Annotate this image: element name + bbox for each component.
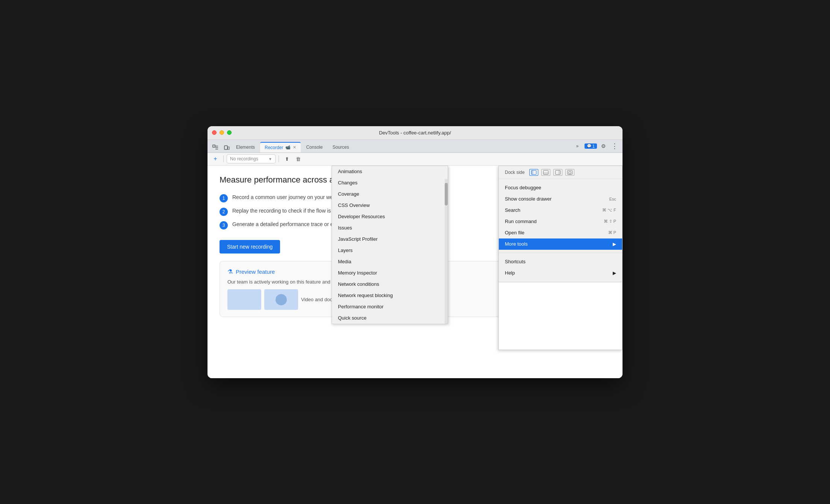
right-menu-bottom-section: Shortcuts Help ▶ <box>499 253 622 282</box>
dropdown-scrollbar-thumb <box>445 183 448 205</box>
menu-item-network-conditions[interactable]: Network conditions <box>332 279 448 290</box>
devtools-content: Elements Recorder 📹 ✕ Console Sources » … <box>208 140 622 378</box>
menu-item-changes[interactable]: Changes <box>332 177 448 189</box>
preview-avatar <box>276 294 287 305</box>
right-menu-shortcuts[interactable]: Shortcuts <box>499 256 622 267</box>
svg-rect-4 <box>531 170 533 174</box>
svg-rect-8 <box>558 170 560 174</box>
right-panel-content <box>499 282 622 350</box>
undock-button[interactable] <box>565 169 574 176</box>
dock-right-button[interactable] <box>553 169 562 176</box>
dock-side-section: Dock side <box>499 166 622 179</box>
right-menu-run-command[interactable]: Run command ⌘ ⇧ P <box>499 216 622 227</box>
menu-item-developer-resources[interactable]: Developer Resources <box>332 211 448 222</box>
more-tabs-icon[interactable]: » <box>573 141 582 151</box>
recordings-dropdown[interactable]: No recordings ▼ <box>227 154 276 163</box>
menu-item-performance-monitor[interactable]: Performance monitor <box>332 301 448 312</box>
inspector-icon[interactable] <box>211 143 220 152</box>
tab-recorder[interactable]: Recorder 📹 ✕ <box>260 142 301 152</box>
more-tools-arrow-icon: ▶ <box>613 241 616 247</box>
right-menu-section: Focus debuggee Show console drawer Esc S… <box>499 179 622 253</box>
add-recording-button[interactable]: + <box>211 154 220 164</box>
menu-item-memory-inspector[interactable]: Memory Inspector <box>332 267 448 279</box>
menu-item-javascript-profiler[interactable]: JavaScript Profiler <box>332 234 448 245</box>
maximize-button[interactable] <box>227 130 232 135</box>
menu-item-quick-source[interactable]: Quick source <box>332 312 448 324</box>
right-menu-focus-debuggee[interactable]: Focus debuggee <box>499 182 622 193</box>
more-options-icon[interactable]: ⋮ <box>610 141 619 151</box>
right-menu-help[interactable]: Help ▶ <box>499 267 622 279</box>
tab-sources[interactable]: Sources <box>328 142 353 152</box>
tab-elements[interactable]: Elements <box>232 142 259 152</box>
toolbar-divider-1 <box>223 155 224 162</box>
window-title: DevTools - coffee-cart.netlify.app/ <box>379 130 451 136</box>
help-arrow-icon: ▶ <box>613 270 616 276</box>
preview-thumbnail-2 <box>264 289 298 310</box>
devtools-window: DevTools - coffee-cart.netlify.app/ <box>208 126 622 378</box>
title-bar: DevTools - coffee-cart.netlify.app/ <box>208 126 622 140</box>
menu-item-media[interactable]: Media <box>332 256 448 267</box>
main-area: Measure performance across an entire use… <box>208 166 622 378</box>
step-number-2: 2 <box>220 208 228 216</box>
dock-bottom-button[interactable] <box>541 169 550 176</box>
dropdown-scrollbar <box>445 179 448 324</box>
tab-bar-actions: » 💬 1 ⚙ ⋮ <box>573 141 619 152</box>
issues-badge[interactable]: 💬 1 <box>585 143 597 149</box>
right-panel-dropdown: Dock side <box>498 166 622 350</box>
svg-rect-0 <box>213 145 215 147</box>
menu-item-network-request-blocking[interactable]: Network request blocking <box>332 290 448 301</box>
dock-label: Dock side <box>505 170 525 175</box>
step-number-1: 1 <box>220 194 228 202</box>
start-recording-button[interactable]: Start new recording <box>220 240 280 254</box>
flask-icon: ⚗ <box>227 268 233 275</box>
menu-item-layers[interactable]: Layers <box>332 245 448 256</box>
svg-rect-1 <box>224 146 227 149</box>
tab-bar: Elements Recorder 📹 ✕ Console Sources » … <box>208 140 622 153</box>
recorder-close-icon[interactable]: ✕ <box>293 145 296 150</box>
right-menu-search[interactable]: Search ⌘ ⌥ F <box>499 205 622 216</box>
svg-rect-2 <box>228 147 229 149</box>
right-menu-show-console-drawer[interactable]: Show console drawer Esc <box>499 193 622 205</box>
device-toggle-icon[interactable] <box>222 143 232 152</box>
close-button[interactable] <box>212 130 217 135</box>
dropdown-chevron-icon: ▼ <box>268 157 272 161</box>
export-recording-button[interactable]: ⬆ <box>282 154 292 164</box>
delete-recording-button[interactable]: 🗑 <box>293 154 303 164</box>
tab-console[interactable]: Console <box>301 142 327 152</box>
toolbar-divider-2 <box>279 155 279 162</box>
menu-item-coverage[interactable]: Coverage <box>332 189 448 200</box>
menu-item-animations[interactable]: Animations <box>332 166 448 177</box>
preview-thumbnail-1 <box>227 289 261 310</box>
dock-left-button[interactable] <box>529 169 538 176</box>
step-number-3: 3 <box>220 221 228 229</box>
settings-icon[interactable]: ⚙ <box>598 141 608 151</box>
traffic-lights <box>212 130 232 135</box>
recorder-toolbar: + No recordings ▼ ⬆ 🗑 <box>208 153 622 166</box>
more-tools-list: Animations Changes Coverage CSS Overview… <box>332 166 448 324</box>
svg-rect-6 <box>543 172 548 174</box>
recorder-camera-icon: 📹 <box>285 145 291 150</box>
menu-item-issues[interactable]: Issues <box>332 222 448 234</box>
minimize-button[interactable] <box>220 130 224 135</box>
panel-controls: 💬 1 ⚙ ⋮ <box>585 141 619 151</box>
menu-item-css-overview[interactable]: CSS Overview <box>332 200 448 211</box>
more-tools-dropdown: Animations Changes Coverage CSS Overview… <box>332 166 448 324</box>
right-menu-more-tools[interactable]: More tools ▶ <box>499 238 622 250</box>
right-menu-open-file[interactable]: Open file ⌘ P <box>499 227 622 238</box>
